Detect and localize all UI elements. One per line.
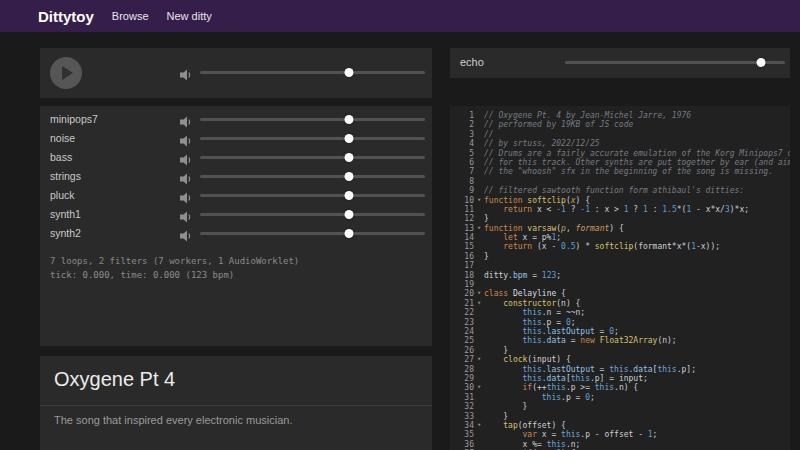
fold-icon[interactable]: ▾ <box>474 224 484 233</box>
code-token: .p - offset - <box>580 430 647 439</box>
stats-time: tick: 0.000, time: 0.000 (123 bpm) <box>50 268 299 282</box>
nav-browse[interactable]: Browse <box>112 10 149 22</box>
code-editor[interactable]: 1// Oxygene Pt. 4 by Jean-Michel Jarre, … <box>450 106 790 450</box>
channel-volume-slider[interactable] <box>200 153 425 162</box>
slider-knob[interactable] <box>344 115 353 124</box>
speaker-icon[interactable] <box>180 133 193 145</box>
channel-volume-slider[interactable] <box>200 134 425 143</box>
code-line[interactable]: this.p = 0; <box>484 318 790 327</box>
fold-icon[interactable]: ▾ <box>474 299 484 308</box>
speaker-icon[interactable] <box>180 209 193 221</box>
speaker-icon[interactable] <box>180 114 193 126</box>
channel-volume-slider[interactable] <box>200 172 425 181</box>
channel-volume-slider[interactable] <box>200 191 425 200</box>
echo-slider[interactable] <box>565 58 785 67</box>
fold-icon[interactable]: ▾ <box>474 421 484 430</box>
logo[interactable]: Dittytoy <box>38 8 94 25</box>
code-token: (input) { <box>527 355 570 364</box>
code-line[interactable]: } <box>484 412 790 421</box>
code-token: = <box>527 271 541 280</box>
code-line[interactable] <box>484 280 790 289</box>
fold-spacer <box>474 130 484 139</box>
code-line[interactable]: } <box>484 252 790 261</box>
code-line[interactable]: // <box>484 130 790 139</box>
editor-line: 21▾ constructor(n) { <box>450 299 790 308</box>
master-volume-slider[interactable] <box>200 68 425 77</box>
line-number: 11 <box>450 205 474 214</box>
slider-track <box>200 156 425 159</box>
code-line[interactable]: } <box>484 346 790 355</box>
slider-knob[interactable] <box>344 68 353 77</box>
code-line[interactable]: } <box>484 402 790 411</box>
fold-spacer <box>474 149 484 158</box>
line-number: 35 <box>450 430 474 439</box>
code-line[interactable]: class Delayline { <box>484 289 790 298</box>
code-line[interactable]: this.p = 0; <box>484 393 790 402</box>
code-line[interactable]: this.lastOutput = this.data[this.p]; <box>484 365 790 374</box>
dittytoy-app: Dittytoy Browse New ditty minipops7noise… <box>0 0 800 450</box>
code-token: .p >= <box>566 383 595 392</box>
slider-knob[interactable] <box>756 58 765 67</box>
mixer-channel: pluck <box>40 186 432 205</box>
fold-spacer <box>474 440 484 449</box>
code-line[interactable]: } <box>484 214 790 223</box>
code-line[interactable]: // by srtuss, 2022/12/25 <box>484 139 790 148</box>
code-line[interactable]: let x = p%1; <box>484 233 790 242</box>
fold-icon[interactable]: ▾ <box>474 196 484 205</box>
speaker-icon[interactable] <box>180 228 193 240</box>
slider-knob[interactable] <box>344 229 353 238</box>
slider-knob[interactable] <box>344 191 353 200</box>
code-line[interactable] <box>484 177 790 186</box>
line-number: 31 <box>450 393 474 402</box>
speaker-icon[interactable] <box>180 152 193 164</box>
code-token: - x*x/ <box>691 205 725 214</box>
code-line[interactable]: // performed by 19KB of JS code <box>484 120 790 129</box>
slider-knob[interactable] <box>344 210 353 219</box>
code-line[interactable]: function varsaw(p, formant) { <box>484 224 790 233</box>
code-token: var <box>523 430 537 439</box>
code-line[interactable]: // the "whoosh" sfx in the beginning of … <box>484 167 790 176</box>
code-line[interactable]: clock(input) { <box>484 355 790 364</box>
slider-knob[interactable] <box>344 172 353 181</box>
nav-new-ditty[interactable]: New ditty <box>167 10 212 22</box>
code-line[interactable]: if(++this.p >= this.n) { <box>484 383 790 392</box>
code-line[interactable]: ditty.bpm = 123; <box>484 271 790 280</box>
play-button[interactable] <box>50 57 82 89</box>
line-number: 24 <box>450 327 474 336</box>
speaker-icon[interactable] <box>180 171 193 183</box>
speaker-icon[interactable] <box>180 67 193 79</box>
fold-spacer <box>474 120 484 129</box>
code-line[interactable]: function softclip(x) { <box>484 196 790 205</box>
code-line[interactable]: // Oxygene Pt. 4 by Jean-Michel Jarre, 1… <box>484 111 790 120</box>
code-line[interactable]: return x < -1 ? -1 : x > 1 ? 1 : 1.5*(1 … <box>484 205 790 214</box>
code-line[interactable]: x %= this.n; <box>484 440 790 449</box>
code-line[interactable]: tap(offset) { <box>484 421 790 430</box>
channel-volume-slider[interactable] <box>200 115 425 124</box>
code-line[interactable]: this.lastOutput = 0; <box>484 327 790 336</box>
channel-volume-slider[interactable] <box>200 229 425 238</box>
code-token: // performed by 19KB of JS code <box>484 120 633 129</box>
speaker-icon[interactable] <box>180 190 193 202</box>
code-line[interactable]: // Drums are a fairly accurate emulation… <box>484 149 790 158</box>
code-line[interactable]: constructor(n) { <box>484 299 790 308</box>
code-line[interactable] <box>484 261 790 270</box>
code-line[interactable]: this.data = new Float32Array(n); <box>484 336 790 345</box>
fold-icon[interactable]: ▾ <box>474 383 484 392</box>
fold-icon[interactable]: ▾ <box>474 289 484 298</box>
code-line[interactable]: // for this track. Other synths are put … <box>484 158 790 167</box>
slider-track <box>200 137 425 140</box>
channel-volume-slider[interactable] <box>200 210 425 219</box>
fold-spacer <box>474 252 484 261</box>
code-line[interactable]: var x = this.p - offset - 1; <box>484 430 790 439</box>
code-token: this <box>547 383 566 392</box>
fold-icon[interactable]: ▾ <box>474 355 484 364</box>
code-token: return <box>503 205 532 214</box>
code-line[interactable]: return (x - 0.5) * softclip(formant*x*(1… <box>484 242 790 251</box>
line-number: 4 <box>450 139 474 148</box>
slider-knob[interactable] <box>344 153 353 162</box>
code-line[interactable]: this.n = ~~n; <box>484 308 790 317</box>
line-number: 22 <box>450 308 474 317</box>
slider-knob[interactable] <box>344 134 353 143</box>
code-line[interactable]: // filtered sawtooth function form athib… <box>484 186 790 195</box>
code-line[interactable]: this.data[this.p] = input; <box>484 374 790 383</box>
